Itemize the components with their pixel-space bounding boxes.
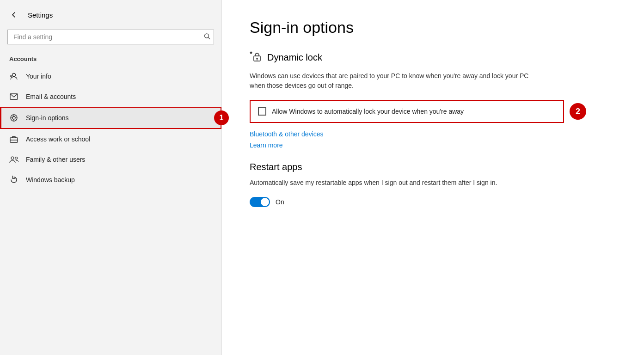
badge-1: 1 (214, 110, 229, 125)
auto-lock-label: Allow Windows to automatically lock your… (272, 108, 464, 115)
svg-point-15 (15, 157, 18, 159)
sign-in-icon (9, 113, 18, 122)
restart-apps-title: Restart apps (250, 162, 616, 172)
toggle-state-label: On (276, 198, 284, 206)
sidebar-item-your-info-label: Your info (26, 73, 51, 80)
toggle-knob (261, 198, 269, 206)
restart-apps-toggle-row: On (250, 197, 616, 207)
sidebar-item-access-work[interactable]: Access work or school (0, 129, 221, 149)
sidebar-item-your-info[interactable]: Your info (0, 66, 221, 86)
auto-lock-checkbox[interactable] (258, 107, 266, 116)
sidebar-item-backup-label: Windows backup (26, 176, 75, 184)
restart-apps-toggle[interactable] (250, 197, 270, 207)
family-icon (9, 155, 18, 164)
sidebar-item-access-work-label: Access work or school (26, 135, 90, 143)
sidebar-item-family-label: Family & other users (26, 156, 85, 163)
briefcase-icon (9, 135, 18, 144)
search-icon-button[interactable] (204, 33, 210, 41)
dynamic-lock-icon (250, 51, 263, 64)
dynamic-lock-description: Windows can use devices that are paired … (250, 71, 536, 91)
svg-point-2 (12, 73, 16, 77)
svg-point-14 (11, 157, 14, 159)
email-icon (9, 92, 18, 101)
back-button[interactable] (7, 8, 20, 21)
dynamic-lock-section-title: Dynamic lock (250, 51, 616, 64)
svg-line-1 (209, 37, 210, 39)
main-content: Sign-in options Dynamic lock Windows can… (222, 0, 644, 355)
search-box[interactable] (7, 30, 214, 44)
learn-more-link[interactable]: Learn more (250, 141, 616, 149)
dynamic-lock-title: Dynamic lock (267, 52, 322, 63)
restart-apps-description: Automatically save my restartable apps w… (250, 178, 536, 188)
accounts-label: Accounts (0, 52, 221, 66)
bluetooth-link[interactable]: Bluetooth & other devices (250, 130, 616, 138)
sidebar-item-windows-backup[interactable]: Windows backup (0, 170, 221, 190)
backup-icon (9, 175, 18, 184)
badge-2: 2 (570, 103, 586, 120)
search-input[interactable] (7, 30, 214, 44)
page-title: Sign-in options (250, 18, 616, 37)
sidebar-item-email-accounts[interactable]: Email & accounts (0, 86, 221, 107)
sidebar-item-sign-in-label: Sign-in options (26, 114, 69, 122)
auto-lock-checkbox-row: Allow Windows to automatically lock your… (250, 100, 564, 123)
sidebar-item-family-users[interactable]: Family & other users (0, 149, 221, 170)
sidebar-item-sign-in-options[interactable]: Sign-in options 1 (0, 107, 221, 129)
your-info-icon (9, 72, 18, 81)
sidebar: Settings Accounts Your info (0, 0, 222, 355)
svg-point-7 (12, 116, 15, 119)
sidebar-header: Settings (0, 0, 221, 30)
sidebar-title: Settings (28, 11, 53, 19)
sidebar-item-email-label: Email & accounts (26, 93, 76, 100)
